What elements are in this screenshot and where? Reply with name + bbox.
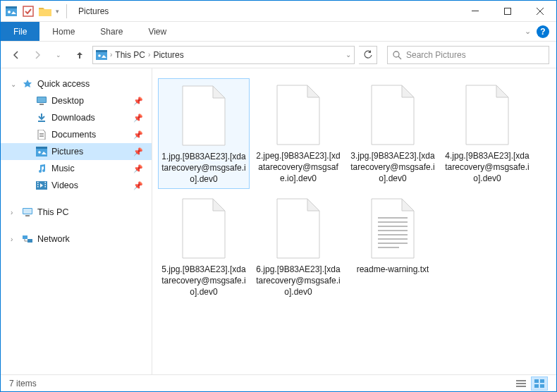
svg-rect-36 <box>378 234 408 235</box>
svg-rect-39 <box>378 247 399 248</box>
file-item[interactable]: 5.jpg.[9B83AE23].[xdatarecovery@msgsafe.… <box>158 192 250 301</box>
sidebar-network[interactable]: › Network <box>1 231 152 247</box>
svg-rect-4 <box>472 11 479 11</box>
pin-icon[interactable]: 📌 <box>133 130 143 140</box>
svg-rect-3 <box>23 6 33 16</box>
file-icon <box>365 195 421 262</box>
videos-icon <box>36 180 47 191</box>
pin-icon[interactable]: 📌 <box>133 181 143 190</box>
file-name: 5.jpg.[9B83AE23].[xdatarecovery@msgsafe.… <box>161 264 247 298</box>
file-item[interactable]: 6.jpg.[9B83AE23].[xdatarecovery@msgsafe.… <box>252 192 344 301</box>
up-button[interactable] <box>71 47 88 63</box>
ribbon: File Home Share View ⌄ ? <box>1 22 556 42</box>
svg-rect-1 <box>6 6 17 8</box>
sidebar-item-videos[interactable]: Videos📌 <box>1 177 152 194</box>
file-menu[interactable]: File <box>1 22 39 41</box>
tab-view[interactable]: View <box>135 22 179 41</box>
network-icon <box>22 233 33 245</box>
svg-rect-45 <box>534 384 539 388</box>
chevron-right-icon[interactable]: › <box>110 51 112 59</box>
star-icon <box>22 78 33 90</box>
sidebar-item-label: Network <box>37 234 70 244</box>
svg-rect-42 <box>516 386 526 387</box>
file-icon <box>270 81 326 149</box>
breadcrumb-root[interactable]: This PC <box>115 50 145 60</box>
sidebar-item-downloads[interactable]: Downloads📌 <box>1 109 152 126</box>
breadcrumb-current[interactable]: Pictures <box>153 50 183 60</box>
sidebar-item-desktop[interactable]: Desktop📌 <box>1 92 152 109</box>
sidebar-this-pc[interactable]: › This PC <box>1 204 152 221</box>
downloads-icon <box>36 112 47 123</box>
file-item[interactable]: 3.jpg.[9B83AE23].[xdatarecovery@msgsafe.… <box>347 78 439 189</box>
folder-icon[interactable] <box>39 5 51 18</box>
svg-rect-21 <box>37 182 39 183</box>
search-placeholder: Search Pictures <box>406 50 466 60</box>
back-button[interactable] <box>8 47 25 63</box>
svg-rect-26 <box>45 186 47 188</box>
svg-rect-13 <box>38 121 45 122</box>
window-title: Pictures <box>78 6 109 16</box>
breadcrumb-dropdown-icon[interactable]: ⌄ <box>345 51 351 59</box>
chevron-down-icon[interactable]: ⌄ <box>11 80 16 88</box>
pin-icon[interactable]: 📌 <box>133 97 143 106</box>
file-name: 1.jpg.[9B83AE23].[xdatarecovery@msgsafe.… <box>161 151 246 185</box>
file-icon <box>176 82 232 149</box>
file-name: 6.jpg.[9B83AE23].[xdatarecovery@msgsafe.… <box>255 264 341 298</box>
qat-dropdown-icon[interactable]: ▾ <box>56 8 59 15</box>
recent-dropdown[interactable]: ⌄ <box>50 47 67 63</box>
pin-icon[interactable]: 📌 <box>133 147 143 157</box>
separator <box>66 4 67 18</box>
sidebar-item-pictures[interactable]: Pictures📌 <box>1 143 152 160</box>
sidebar-quick-access[interactable]: ⌄ Quick access <box>1 75 152 92</box>
svg-rect-33 <box>378 221 408 223</box>
file-item[interactable]: 4.jpg.[9B83AE23].[xdatarecovery@msgsafe.… <box>441 78 533 189</box>
svg-rect-25 <box>45 184 47 185</box>
chevron-right-icon[interactable]: › <box>148 51 150 59</box>
file-icon <box>270 195 326 262</box>
file-icon <box>459 81 515 149</box>
svg-rect-40 <box>516 380 526 381</box>
svg-rect-34 <box>378 226 408 227</box>
details-view-button[interactable] <box>513 376 530 391</box>
sidebar-item-music[interactable]: Music📌 <box>1 160 152 177</box>
qat-checkbox-icon[interactable] <box>22 5 35 18</box>
pin-icon[interactable]: 📌 <box>133 164 143 173</box>
maximize-button[interactable] <box>491 1 524 22</box>
file-name: 2.jpeg.[9B83AE23].[xdatarecovery@msgsafe… <box>255 150 341 185</box>
ribbon-expand-icon[interactable]: ⌄ <box>525 27 531 36</box>
file-item[interactable]: readme-warning.txt <box>347 192 439 301</box>
close-button[interactable] <box>524 1 556 22</box>
search-icon <box>392 50 402 60</box>
file-item[interactable]: 2.jpeg.[9B83AE23].[xdatarecovery@msgsafe… <box>252 78 344 189</box>
file-icon <box>365 81 421 149</box>
breadcrumb[interactable]: › This PC › Pictures ⌄ <box>92 46 355 64</box>
svg-rect-43 <box>534 379 539 383</box>
item-count: 7 items <box>9 379 37 388</box>
svg-rect-44 <box>540 379 544 383</box>
search-input[interactable]: Search Pictures <box>387 46 549 64</box>
tab-share[interactable]: Share <box>87 22 135 41</box>
file-grid[interactable]: 1.jpg.[9B83AE23].[xdatarecovery@msgsafe.… <box>152 68 556 374</box>
file-item[interactable]: 1.jpg.[9B83AE23].[xdatarecovery@msgsafe.… <box>158 78 250 189</box>
svg-rect-23 <box>37 186 39 188</box>
refresh-button[interactable] <box>359 46 377 64</box>
pictures-bc-icon <box>96 50 107 60</box>
chevron-right-icon[interactable]: › <box>11 235 13 243</box>
pin-icon[interactable]: 📌 <box>133 114 143 123</box>
svg-point-2 <box>8 11 11 13</box>
sidebar-item-label: Pictures <box>51 147 83 157</box>
sidebar-item-documents[interactable]: Documents📌 <box>1 126 152 143</box>
svg-rect-15 <box>39 135 44 135</box>
thumbnails-view-button[interactable] <box>531 376 548 391</box>
svg-rect-24 <box>45 182 47 183</box>
tab-home[interactable]: Home <box>39 22 87 41</box>
computer-icon <box>22 207 33 218</box>
chevron-right-icon[interactable]: › <box>11 209 13 216</box>
minimize-button[interactable] <box>459 1 491 22</box>
svg-rect-32 <box>378 217 408 219</box>
forward-button[interactable] <box>29 47 46 63</box>
help-icon[interactable]: ? <box>537 25 549 38</box>
svg-point-8 <box>98 54 101 57</box>
sidebar-item-label: Desktop <box>51 96 84 106</box>
svg-rect-12 <box>39 104 44 105</box>
